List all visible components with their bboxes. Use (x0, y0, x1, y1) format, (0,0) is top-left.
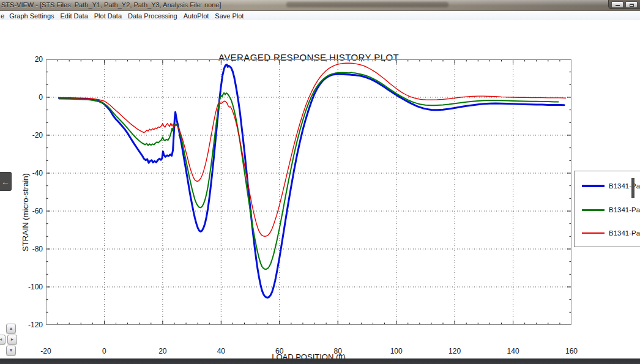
pan-right-button[interactable]: ► (7, 335, 17, 344)
maximize-button[interactable] (625, 1, 638, 8)
x-tick-label: 160 (556, 347, 587, 355)
legend-line-sample-green (582, 209, 605, 211)
menu-item-data-processing[interactable]: Data Processing (125, 12, 180, 20)
legend-line-sample-blue (582, 185, 605, 187)
maximize-icon (630, 4, 634, 7)
pan-down-button[interactable]: ▼ (6, 346, 16, 355)
x-tick-label: -20 (31, 347, 61, 355)
y-tick-label: 20 (11, 55, 43, 64)
x-tick-label: 120 (439, 347, 470, 355)
x-tick-label: 40 (206, 347, 236, 355)
background-window-ghost (286, 2, 448, 7)
legend-entry: B1341-Path_Y (582, 228, 640, 239)
chart-area: AVERAGED RESPONSE HISTORY PLOT STRAIN (m… (0, 20, 640, 358)
menu-item-plot-data[interactable]: Plot Data (91, 12, 125, 20)
pan-up-button[interactable]: ▲ (6, 324, 16, 333)
minimize-icon (616, 5, 620, 6)
menu-item-save-plot[interactable]: Save Plot (212, 12, 247, 20)
menu-item-graph-settings[interactable]: Graph Settings (6, 12, 57, 20)
taskbar-edge (0, 358, 640, 364)
back-arrow-icon: ← (1, 177, 10, 187)
legend-label: B1341-Path_Y (609, 229, 640, 237)
pan-left-button[interactable]: ◄ (0, 335, 6, 344)
arrow-right-icon: ► (10, 337, 15, 341)
legend-label: B1341-Path_Y (609, 182, 640, 190)
menu-item-e[interactable]: e (0, 12, 6, 20)
y-tick-label: -60 (11, 207, 43, 216)
arrow-left-icon: ◄ (0, 337, 2, 341)
menu-item-autoplot[interactable]: AutoPlot (180, 12, 212, 20)
titlebar[interactable]: STS-VIEW - [STS Files: Path_Y1, Path_Y2,… (0, 0, 640, 11)
plot-canvas (46, 59, 571, 325)
x-tick-label: 0 (89, 347, 119, 355)
x-tick-label: 140 (498, 347, 529, 355)
legend-label: B1341-Path_Y (609, 206, 640, 214)
legend-box: B1341-Path_Y B1341-Path_Y B1341-Path_Y (574, 171, 640, 247)
y-tick-label: -80 (11, 245, 43, 254)
y-tick-label: -100 (11, 283, 43, 292)
back-button[interactable]: ← (0, 172, 12, 191)
x-tick-label: 80 (322, 347, 353, 355)
legend-line-sample-red (582, 232, 605, 234)
x-tick-label: 60 (264, 347, 295, 355)
legend-entry: B1341-Path_Y (582, 204, 640, 215)
arrow-up-icon: ▲ (9, 326, 13, 330)
window-title: STS-VIEW - [STS Files: Path_Y1, Path_Y2,… (1, 1, 221, 9)
x-tick-label: 100 (381, 347, 412, 355)
menu-bar: eGraph SettingsEdit DataPlot DataData Pr… (0, 11, 640, 20)
y-tick-label: -40 (11, 169, 43, 178)
y-tick-label: 0 (11, 93, 43, 102)
minimize-button[interactable] (611, 1, 623, 8)
window-controls (608, 0, 640, 9)
arrow-down-icon: ▼ (9, 348, 13, 352)
menu-item-edit-data[interactable]: Edit Data (58, 12, 91, 20)
y-tick-label: -20 (11, 131, 43, 140)
x-tick-label: 20 (147, 347, 178, 355)
scrollbar-thumb-artifact (631, 178, 634, 198)
